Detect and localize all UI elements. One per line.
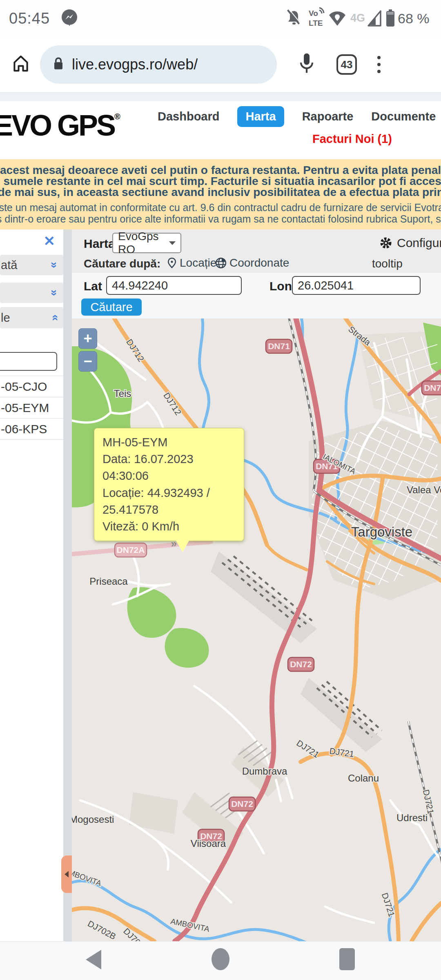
site-header: EVO GPS® Dashboard Harta Rapoarte Docume…: [0, 101, 441, 159]
search-by-location-option[interactable]: Locație: [167, 256, 216, 270]
nav-harta[interactable]: Harta: [237, 106, 284, 127]
tooltip-location: Locație: 44.932493 / 25.417578: [102, 485, 236, 518]
url-bar[interactable]: live.evogps.ro/web/: [40, 45, 277, 84]
zoom-out-button[interactable]: −: [78, 351, 97, 372]
microphone-icon[interactable]: [298, 52, 315, 77]
lock-icon: [52, 56, 65, 73]
vehicle-tooltip: MH-05-EYM Data: 16.07.2023 04:30:06 Loca…: [94, 428, 244, 541]
svg-text:Teis: Teis: [114, 388, 131, 399]
banner-line: iti acest mesaj deoarece aveti cel putin…: [0, 165, 441, 176]
list-item[interactable]: -05-CJO: [0, 376, 63, 397]
banner-line: iul de mai sus, in aceasta sectiune avan…: [0, 187, 441, 198]
svg-text:Viisoara: Viisoara: [191, 838, 226, 849]
tooltip-label: tooltip: [372, 257, 403, 270]
globe-pin-icon: [215, 257, 227, 269]
chevron-double-down-icon[interactable]: »: [48, 290, 61, 296]
nav-documente[interactable]: Documente: [371, 110, 436, 123]
url-text: live.evogps.ro/web/: [72, 56, 198, 73]
svg-text:DN72: DN72: [231, 799, 253, 808]
list-item[interactable]: -05-EYM: [0, 397, 63, 418]
battery-percent: 68 %: [398, 11, 430, 26]
sidebar-section-label: ată: [1, 258, 17, 272]
map-provider-select[interactable]: EvoGps RO: [112, 233, 181, 253]
banner-line-small: lus dintr-o eroare sau pentru orice alte…: [0, 213, 441, 225]
vehicle-search-input[interactable]: [0, 352, 57, 371]
svg-text:Priseaca: Priseaca: [89, 576, 128, 587]
lon-label: Lon: [270, 279, 292, 293]
browser-menu-icon[interactable]: [377, 56, 381, 73]
lat-input[interactable]: [106, 276, 242, 295]
list-item[interactable]: -06-KPS: [0, 418, 63, 439]
map-panel: Harta EvoGps RO Configurar Căutare după:: [72, 229, 441, 941]
new-invoices-link[interactable]: Facturi Noi (1): [312, 132, 392, 146]
map-canvas[interactable]: » DN71 DN71 DN71 DN72A DN72 DN72 DN72 DJ…: [72, 318, 441, 941]
chevron-down-icon: [169, 241, 176, 245]
net-4g: 4G: [350, 12, 365, 24]
status-icons: Vo LTE 4G 68 %: [285, 5, 432, 31]
zoom-controls: + −: [78, 328, 97, 372]
tooltip-date: Data: 16.07.2023 04:30:06: [102, 451, 236, 484]
chevron-double-down-icon[interactable]: »: [48, 262, 61, 268]
nav-rapoarte[interactable]: Rapoarte: [302, 110, 354, 123]
configure-button[interactable]: Configurar: [379, 236, 441, 250]
chevron-double-up-icon[interactable]: »: [48, 314, 61, 321]
search-by-label: Căutare după:: [84, 257, 160, 270]
svg-text:Valea Vo: Valea Vo: [407, 484, 441, 495]
lat-label: Lat: [84, 279, 102, 293]
vehicle-sidebar: ✕ ată » » le » -05-CJO -05-EYM -06-KPS: [0, 229, 63, 941]
svg-text:Colanu: Colanu: [348, 773, 379, 784]
android-home-button[interactable]: [212, 948, 229, 970]
svg-text:Mogosesti: Mogosesti: [72, 814, 114, 825]
messenger-notification-icon: [60, 9, 78, 28]
notifications-off-icon: [287, 9, 301, 24]
main-nav: Dashboard Harta Rapoarte Documente Con: [158, 106, 441, 127]
search-by-coordinates-option[interactable]: Coordonate: [215, 256, 289, 270]
close-icon[interactable]: ✕: [44, 234, 56, 248]
banner-line: tati sumele restante in cel mai scurt ti…: [0, 176, 441, 187]
battery-icon: [386, 9, 394, 27]
svg-text:DN72A: DN72A: [117, 545, 145, 555]
svg-text:DN71: DN71: [268, 341, 290, 351]
svg-text:Dumbrava: Dumbrava: [242, 766, 287, 777]
tooltip-title: MH-05-EYM: [102, 434, 236, 451]
svg-text:DN72: DN72: [290, 659, 312, 669]
android-status-bar: 05:45 Vo LTE 4G: [0, 0, 441, 37]
location-pin-icon: [167, 257, 177, 269]
lon-input[interactable]: [292, 276, 421, 295]
android-back-button[interactable]: [86, 950, 101, 969]
home-icon[interactable]: [11, 53, 31, 76]
sidebar-section-3[interactable]: le »: [0, 307, 63, 328]
main-content: ✕ ată » » le » -05-CJO -05-EYM -06-KPS H…: [0, 229, 441, 941]
volte-icon: Vo LTE: [309, 8, 324, 27]
evogps-logo[interactable]: EVO GPS®: [0, 109, 120, 142]
coordinate-search-form: Lat Lon Căutare: [72, 273, 441, 318]
sidebar-section-2[interactable]: »: [0, 283, 63, 303]
arrow-left-icon: [65, 871, 69, 878]
signal-icon: [368, 11, 381, 26]
sidebar-collapse-tab[interactable]: [61, 855, 72, 893]
wifi-vpn-icon: [329, 11, 345, 26]
map-toolbar: Harta EvoGps RO Configurar Căutare după:: [72, 229, 441, 273]
zoom-in-button[interactable]: +: [78, 328, 97, 349]
gear-icon: [379, 236, 393, 250]
tooltip-speed: Viteză: 0 Km/h: [102, 518, 236, 535]
nav-dashboard[interactable]: Dashboard: [158, 110, 219, 123]
banner-line-small: a este un mesaj automat in conformitate …: [0, 202, 441, 213]
tab-switcher[interactable]: 43: [336, 54, 357, 75]
overdue-invoice-banner: iti acest mesaj deoarece aveti cel putin…: [0, 159, 441, 229]
svg-text:Targoviste: Targoviste: [351, 524, 412, 539]
android-recents-button[interactable]: [339, 948, 355, 970]
svg-text:LTE: LTE: [309, 19, 323, 27]
map-label: Harta: [84, 237, 115, 251]
sidebar-divider: [63, 229, 72, 941]
svg-text:Udresti: Udresti: [396, 812, 428, 823]
sidebar-section-label: le: [1, 311, 10, 325]
sidebar-section-1[interactable]: ată »: [0, 255, 63, 275]
search-button[interactable]: Căutare: [81, 298, 142, 316]
page-top-strip: [0, 93, 441, 101]
svg-text:DN71: DN71: [424, 383, 441, 392]
clock: 05:45: [9, 10, 50, 27]
vehicle-list: -05-CJO -05-EYM -06-KPS: [0, 376, 63, 440]
browser-toolbar: live.evogps.ro/web/ 43: [0, 37, 441, 93]
svg-text:Vo: Vo: [309, 9, 318, 18]
